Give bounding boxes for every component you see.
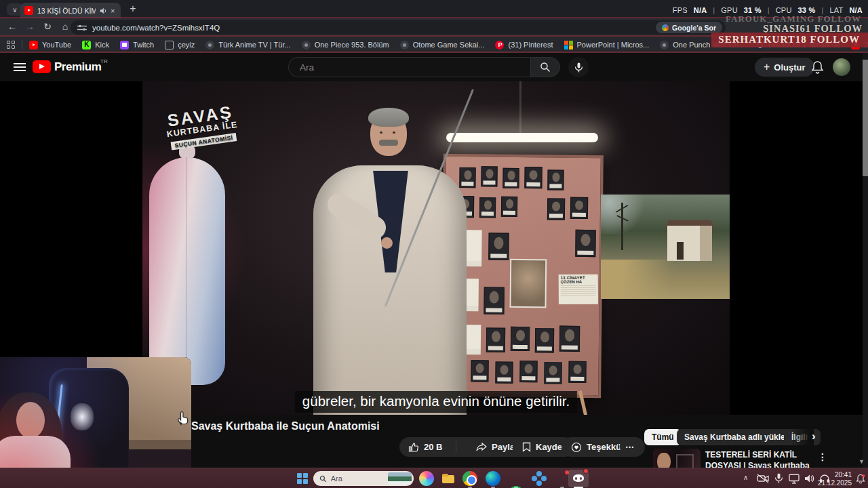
clock-time: 20:41 xyxy=(815,471,852,479)
voice-search-button[interactable] xyxy=(568,57,589,77)
bookmark-pinterest[interactable]: (31) Pinterest xyxy=(495,41,553,49)
bookmark-otome[interactable]: Otome Game Sekai... xyxy=(400,41,485,49)
divider xyxy=(22,40,22,49)
reload-icon[interactable]: ↻ xyxy=(41,21,54,32)
site-settings-icon[interactable] xyxy=(77,24,87,31)
board-photo xyxy=(535,328,554,352)
twitch-icon xyxy=(120,41,129,49)
site-icon xyxy=(205,41,214,49)
bookmark-youtube[interactable]: YouTube xyxy=(29,41,71,49)
board-photo xyxy=(502,168,519,188)
kick-icon xyxy=(82,41,91,49)
screen: ∨ 13 KİŞİ ÖLDÜ KİMSE FARK E × + ← → ↻ ⌂ … xyxy=(0,0,868,488)
ask-google-button[interactable]: Google'a Sor xyxy=(656,22,722,33)
presenter-hand xyxy=(381,237,393,249)
suggested-video-thumbnail[interactable] xyxy=(653,449,701,468)
avatar[interactable] xyxy=(833,58,850,76)
volume-icon[interactable] xyxy=(804,474,814,483)
notifications-bell-icon[interactable] xyxy=(811,60,824,74)
lamp-stand xyxy=(519,81,521,134)
address-bar[interactable]: youtube.com/watch?v=ZSmihsxIT4Q Google'a… xyxy=(71,20,726,35)
page-scrollbar-thumb[interactable] xyxy=(863,60,868,176)
browser-tab-active[interactable]: 13 KİŞİ ÖLDÜ KİMSE FARK E × xyxy=(20,3,121,18)
like-button[interactable]: 20 B xyxy=(399,437,451,457)
taskbar-search-input[interactable] xyxy=(331,474,384,483)
hand-cursor xyxy=(175,409,190,426)
thumbs-up-icon xyxy=(408,442,419,453)
suggested-video-title[interactable]: TESTERELİ SERİ KATİL DOSYASI | Savaş Kur… xyxy=(705,450,812,468)
youtube-premium-logo[interactable]: Premium xyxy=(54,60,101,74)
bookmark-twitch[interactable]: Twitch xyxy=(120,41,154,49)
search-button[interactable] xyxy=(530,57,560,77)
board-photo xyxy=(519,361,537,382)
forward-icon[interactable]: → xyxy=(23,21,37,32)
new-tab-button[interactable]: + xyxy=(126,2,140,16)
mannequin-figure xyxy=(149,157,225,385)
board-photo xyxy=(524,167,542,188)
eye xyxy=(393,131,395,134)
discord-notification-badge xyxy=(583,468,589,474)
bookmark-kick[interactable]: Kick xyxy=(82,41,109,49)
youtube-logo-icon[interactable] xyxy=(33,60,51,73)
discord-glyph xyxy=(573,474,584,482)
taskbar-clock[interactable]: 20:41 21.12.2025 xyxy=(815,471,852,487)
blue-app-icon[interactable] xyxy=(532,471,547,486)
file-explorer-icon[interactable] xyxy=(441,471,456,486)
search-input[interactable] xyxy=(300,62,503,73)
bookmark-turk-anime[interactable]: Türk Anime TV | Tür... xyxy=(205,41,290,49)
mic-icon xyxy=(574,62,583,73)
board-photo xyxy=(481,166,497,186)
tab-close-icon[interactable]: × xyxy=(111,7,115,15)
network-display-icon[interactable] xyxy=(789,474,800,484)
bare-tree xyxy=(621,203,623,250)
youtube-favicon xyxy=(24,6,33,15)
house xyxy=(667,226,712,261)
board-photo xyxy=(570,197,588,219)
notification-center-bell-icon[interactable] xyxy=(856,474,865,484)
suggested-menu-icon[interactable]: ⋮ xyxy=(818,451,827,462)
eye xyxy=(380,131,382,134)
chip-all[interactable]: Tümü xyxy=(644,429,682,445)
like-count: 20 B xyxy=(424,442,442,452)
chrome-icon[interactable] xyxy=(462,471,477,486)
clipping-subline: ÇÖZEN HA xyxy=(561,280,596,284)
board-photo xyxy=(575,230,595,257)
region-label: TR xyxy=(100,58,108,64)
microsoft-icon xyxy=(564,41,573,49)
camera-off-icon[interactable] xyxy=(757,474,769,483)
tray-chevron-icon[interactable]: ∧ xyxy=(743,474,748,481)
fps-label: FPS xyxy=(673,6,688,14)
board-photo xyxy=(479,197,496,218)
dirt-path xyxy=(601,260,730,299)
ask-google-label: Google'a Sor xyxy=(672,24,716,32)
board-photo xyxy=(501,197,517,217)
board-photo xyxy=(547,169,564,190)
follow-alert-3: SERHATKURT18 FOLLOW xyxy=(711,33,868,47)
scroll-down-icon[interactable]: ▼ xyxy=(859,458,865,465)
more-actions-button[interactable]: ⋯ xyxy=(620,437,639,457)
board-photo xyxy=(544,362,561,384)
bookmark-folder-ceyiz[interactable]: çeyiz xyxy=(165,41,195,49)
board-photo xyxy=(471,360,488,382)
copilot-icon[interactable] xyxy=(419,471,434,486)
thanks-heart-icon xyxy=(571,442,582,453)
inset-footage-photo xyxy=(601,195,730,299)
tab-audio-icon[interactable] xyxy=(100,7,106,14)
video-frame: 13 CİNAYET ÇÖZEN HA xyxy=(142,81,730,415)
apps-grid-icon[interactable] xyxy=(7,41,15,49)
menu-icon[interactable] xyxy=(14,63,26,71)
bookmark-one-piece[interactable]: One Piece 953. Bölüm xyxy=(302,41,389,49)
bookmark-powerpoint[interactable]: PowerPoint | Micros... xyxy=(564,41,650,49)
taskbar-search[interactable] xyxy=(313,471,414,486)
url-text[interactable]: youtube.com/watch?v=ZSmihsxIT4Q xyxy=(92,24,656,32)
tray-mic-icon[interactable] xyxy=(774,473,783,484)
site-icon xyxy=(660,41,669,49)
chips-next-icon[interactable]: › xyxy=(812,430,816,443)
search-box[interactable] xyxy=(288,57,530,77)
home-icon[interactable]: ⌂ xyxy=(58,21,72,32)
start-button[interactable] xyxy=(297,473,308,484)
edge-icon[interactable] xyxy=(486,471,500,486)
back-icon[interactable]: ← xyxy=(5,21,19,32)
clock-date: 21.12.2025 xyxy=(815,479,852,487)
create-button[interactable]: + Oluştur xyxy=(755,58,814,77)
